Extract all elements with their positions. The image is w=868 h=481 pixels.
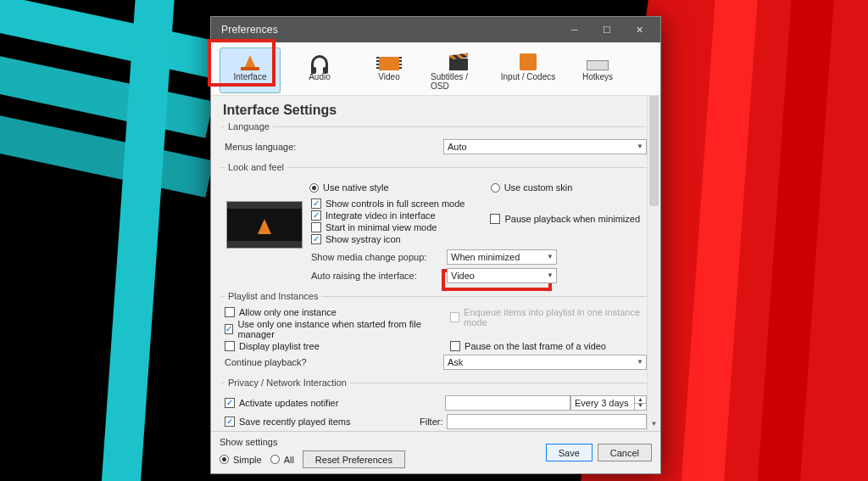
show-settings-label: Show settings xyxy=(220,437,539,447)
menus-language-select[interactable]: Auto▼ xyxy=(443,139,647,154)
group-playlist: Playlist and Instances Allow only one in… xyxy=(221,291,650,374)
chk-one-instance[interactable]: Allow only one instance xyxy=(225,307,425,317)
reset-preferences-button[interactable]: Reset Preferences xyxy=(303,450,405,468)
radio-all[interactable]: All xyxy=(270,455,294,465)
window-title: Preferences xyxy=(216,24,559,36)
radio-custom-skin[interactable]: Use custom skin xyxy=(491,182,573,193)
filter-input[interactable] xyxy=(447,414,647,429)
maximize-button[interactable]: ☐ xyxy=(591,17,623,42)
chk-integrate-video[interactable]: ✓Integrate video in interface xyxy=(311,210,465,221)
continue-playback-select[interactable]: Ask▼ xyxy=(443,355,647,370)
radio-native-style[interactable]: Use native style xyxy=(309,182,389,193)
save-button[interactable]: Save xyxy=(546,444,593,461)
chk-minimal-view[interactable]: Start in minimal view mode xyxy=(311,222,465,232)
preferences-window: Preferences ─ ☐ ✕ Interface Audio Video … xyxy=(210,16,661,474)
vertical-scrollbar[interactable]: ▲ ▼ xyxy=(647,96,660,431)
continue-playback-label: Continue playback? xyxy=(225,357,411,367)
headphones-icon xyxy=(303,52,337,70)
tab-video[interactable]: Video xyxy=(359,48,420,93)
update-interval-spinner[interactable]: Every 3 days ▲ ▼ xyxy=(570,395,647,411)
footer: Show settings Simple All Reset Preferenc… xyxy=(211,431,660,473)
chk-systray[interactable]: ✓Show systray icon xyxy=(311,234,465,244)
minimize-button[interactable]: ─ xyxy=(559,17,591,42)
page-title: Interface Settings xyxy=(223,103,648,118)
chk-pause-when-minimized[interactable]: Pause playback when minimized xyxy=(490,214,640,224)
close-button[interactable]: ✕ xyxy=(623,17,655,42)
media-popup-select[interactable]: When minimized▼ xyxy=(447,249,557,265)
chevron-down-icon: ▼ xyxy=(637,143,643,150)
clapper-icon xyxy=(442,52,476,70)
media-popup-label: Show media change popup: xyxy=(311,252,447,262)
skin-preview xyxy=(226,201,303,249)
chk-fullscreen-controls[interactable]: ✓Show controls in full screen mode xyxy=(311,199,465,209)
spinner-down[interactable]: ▼ xyxy=(634,402,646,410)
filter-label: Filter: xyxy=(420,417,447,427)
group-look-and-feel: Look and feel Use native style Use custo… xyxy=(221,162,650,288)
tab-interface[interactable]: Interface xyxy=(220,48,281,93)
menus-language-label: Menus language: xyxy=(225,142,335,152)
updates-path-input[interactable] xyxy=(445,395,570,411)
chk-pause-last-frame[interactable]: Pause on the last frame of a video xyxy=(450,341,647,351)
auto-raise-select[interactable]: Video▼ xyxy=(447,268,557,283)
chk-one-from-fm[interactable]: ✓Use only one instance when started from… xyxy=(225,319,425,339)
category-tabstrip: Interface Audio Video Subtitles / OSD In… xyxy=(211,42,660,96)
tab-audio[interactable]: Audio xyxy=(289,48,350,93)
titlebar[interactable]: Preferences ─ ☐ ✕ xyxy=(211,17,660,42)
puzzle-icon xyxy=(511,52,545,70)
scroll-down-icon[interactable]: ▼ xyxy=(648,417,660,431)
settings-content: Interface Settings Language Menus langua… xyxy=(211,96,660,431)
chevron-down-icon: ▼ xyxy=(547,271,554,279)
auto-raise-label: Auto raising the interface: xyxy=(311,271,447,281)
group-privacy: Privacy / Network Interaction ✓Activate … xyxy=(221,378,650,431)
tab-subtitles[interactable]: Subtitles / OSD xyxy=(428,48,489,93)
tab-input-codecs[interactable]: Input / Codecs xyxy=(498,48,559,93)
chk-updates-notifier[interactable]: ✓Activate updates notifier xyxy=(225,398,445,408)
chevron-down-icon: ▼ xyxy=(547,253,554,260)
chk-save-recent[interactable]: ✓Save recently played items xyxy=(225,417,420,427)
scrollbar-thumb[interactable] xyxy=(649,96,659,206)
group-language: Language Menus language: Auto▼ xyxy=(221,121,650,159)
radio-simple[interactable]: Simple xyxy=(220,455,262,465)
keyboard-icon xyxy=(581,52,615,70)
film-icon xyxy=(372,52,406,70)
chevron-down-icon: ▼ xyxy=(637,358,643,366)
chk-enqueue: Enqueue items into playlist in one insta… xyxy=(450,307,647,327)
cancel-button[interactable]: Cancel xyxy=(598,444,652,461)
tab-hotkeys[interactable]: Hotkeys xyxy=(567,48,628,93)
chk-playlist-tree[interactable]: Display playlist tree xyxy=(225,341,425,351)
cone-icon xyxy=(233,52,267,70)
